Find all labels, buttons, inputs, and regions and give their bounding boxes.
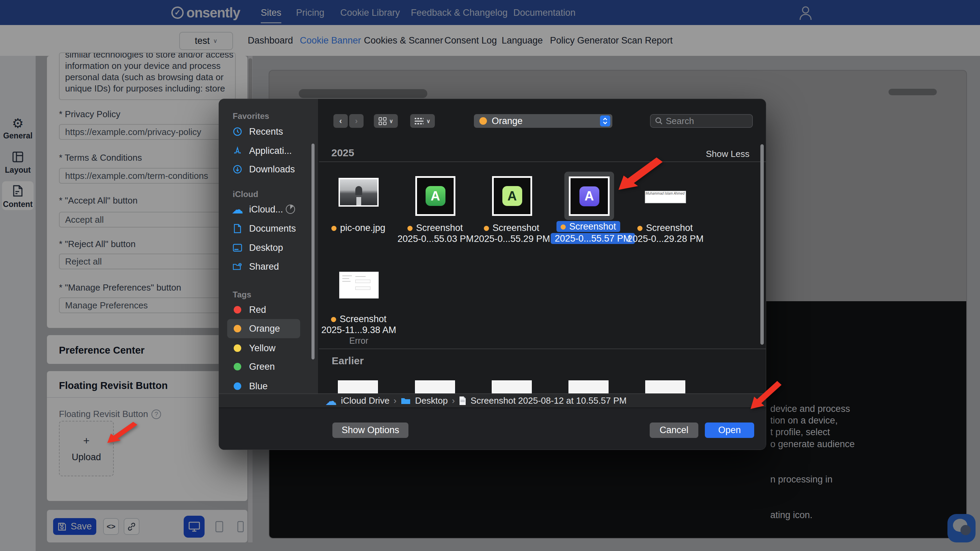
sidebar-item-recents[interactable]: Recents: [233, 126, 283, 137]
dialog-footer: Show Options Cancel Open: [219, 408, 766, 450]
path-desktop[interactable]: Desktop: [415, 395, 447, 406]
file-thumbnail-pic-one[interactable]: [339, 178, 379, 207]
orange-tag-icon: [331, 317, 336, 322]
shared-folder-icon: [233, 262, 242, 271]
open-button[interactable]: Open: [705, 422, 754, 438]
divider: [319, 161, 766, 162]
annotation-arrow-upload: [104, 421, 139, 446]
partial-thumbnail[interactable]: [645, 381, 685, 393]
download-circle-icon: [233, 164, 242, 174]
document-icon: [233, 224, 242, 233]
show-less-button[interactable]: Show Less: [706, 149, 749, 159]
green-app-icon: A: [426, 186, 445, 206]
icloud-header: iCloud: [233, 190, 258, 199]
sidebar-item-icloud-drive[interactable]: ☁ iCloud...: [233, 204, 283, 215]
partial-thumbnail[interactable]: [492, 381, 532, 393]
cloud-icon: ☁: [233, 204, 242, 215]
file-thumbnail-screenshot-5557[interactable]: A: [569, 177, 609, 216]
folder-icon: [401, 397, 411, 405]
chevron-right-icon: ›: [452, 395, 455, 406]
orange-tag-icon: [479, 117, 487, 125]
blue-tag-icon: [234, 382, 241, 390]
sidebar-item-downloads[interactable]: Downloads: [233, 164, 295, 175]
orange-tag-icon: [484, 226, 489, 231]
file-label[interactable]: Screenshot: [321, 314, 396, 325]
orange-tag-icon: [234, 325, 241, 332]
icloud-sync-progress: [286, 205, 295, 214]
tag-item-green[interactable]: Green: [233, 361, 275, 373]
tag-filter-dropdown[interactable]: Orange: [474, 114, 612, 128]
file-date-label: 2025-0...55.03 PM: [398, 234, 473, 244]
selected-file-date-label: 2025-0...55.57 PM: [550, 233, 626, 244]
show-options-button[interactable]: Show Options: [332, 422, 409, 438]
cloud-icon: ☁: [325, 396, 337, 406]
partial-thumbnail[interactable]: [415, 381, 455, 393]
path-icloud-drive[interactable]: iCloud Drive: [341, 395, 390, 406]
file-label[interactable]: pic-one.jpg: [321, 223, 396, 233]
file-thumbnail-screenshot-5529[interactable]: A: [492, 176, 532, 216]
cancel-button[interactable]: Cancel: [650, 422, 698, 438]
section-2025: 2025: [331, 147, 354, 159]
search-field[interactable]: [650, 114, 753, 128]
lightgreen-app-icon: A: [502, 186, 522, 206]
file-icon: [459, 396, 466, 405]
search-input[interactable]: [666, 116, 741, 126]
tag-item-blue[interactable]: Blue: [233, 381, 267, 392]
desktop-icon: [233, 244, 242, 252]
red-tag-icon: [234, 306, 241, 314]
chevron-right-icon: ›: [394, 395, 397, 406]
sidebar-scrollbar[interactable]: [312, 143, 315, 360]
favorites-header: Favorites: [233, 111, 269, 121]
photo-walkway: [356, 197, 361, 205]
file-open-dialog: Favorites Recents Applicati... Downloads: [219, 99, 766, 450]
file-thumbnail-screenshot-5503[interactable]: A: [415, 176, 455, 216]
section-earlier: Earlier: [332, 355, 364, 367]
selected-file-label[interactable]: Screenshot: [550, 221, 626, 232]
file-list-scrollbar[interactable]: [760, 144, 764, 345]
green-tag-icon: [234, 363, 241, 370]
file-date-label: 2025-0...55.29 PM: [474, 234, 549, 244]
purple-app-icon: A: [579, 186, 599, 206]
divider: [319, 349, 766, 349]
sidebar-item-desktop[interactable]: Desktop: [233, 242, 283, 253]
tag-item-red[interactable]: Red: [233, 304, 266, 315]
tag-item-yellow[interactable]: Yellow: [233, 342, 275, 354]
file-label[interactable]: Screenshot: [398, 223, 473, 233]
partial-thumbnail[interactable]: [338, 381, 378, 393]
orange-tag-icon: [407, 226, 412, 231]
app-store-icon: [233, 146, 242, 156]
tags-header: Tags: [233, 290, 251, 299]
orange-tag-icon: [561, 225, 566, 229]
dropdown-stepper-icon: [600, 115, 610, 126]
file-thumbnail-screenshot-938[interactable]: [339, 272, 379, 298]
file-date-label: 2025-11...9.38 AM: [321, 325, 396, 336]
sidebar-item-shared[interactable]: Shared: [233, 261, 279, 272]
yellow-tag-icon: [234, 344, 241, 352]
file-label[interactable]: Screenshot: [627, 223, 703, 233]
partial-thumbnail[interactable]: [568, 381, 609, 393]
sidebar-item-applications[interactable]: Applicati...: [233, 145, 292, 157]
search-icon: [655, 117, 663, 125]
file-label[interactable]: Screenshot: [474, 223, 549, 233]
file-error-note: Error: [321, 336, 396, 346]
grid-view-icon: [379, 117, 387, 125]
tag-item-orange[interactable]: Orange: [233, 323, 280, 334]
path-bar: ☁ iCloud Drive › Desktop › Screenshot 20…: [219, 393, 766, 408]
clock-icon: [233, 127, 242, 136]
annotation-arrow-open-button: [747, 380, 783, 412]
photo-monument: [355, 186, 362, 195]
sidebar-item-documents[interactable]: Documents: [233, 223, 296, 234]
back-button[interactable]: ‹: [333, 114, 348, 128]
group-by-button[interactable]: ∨: [410, 114, 435, 128]
orange-tag-icon: [331, 226, 336, 231]
forward-button[interactable]: ›: [349, 114, 364, 128]
file-date-label: 2025-0...29.28 PM: [627, 234, 703, 244]
path-filename: Screenshot 2025-08-12 at 10.55.57 PM: [471, 395, 626, 406]
annotation-arrow-selected-file: [613, 156, 665, 194]
orange-tag-icon: [637, 226, 643, 231]
icon-view-button[interactable]: ∨: [374, 114, 398, 128]
group-by-icon: [415, 118, 423, 124]
